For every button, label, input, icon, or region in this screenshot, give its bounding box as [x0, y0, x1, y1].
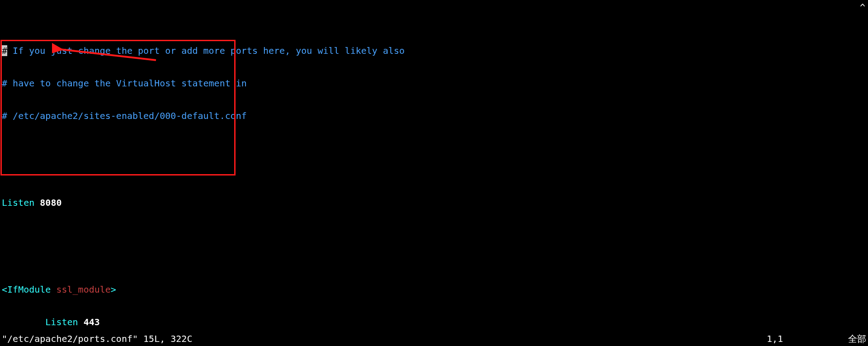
blank-line	[2, 154, 868, 165]
listen-directive: Listen 443	[2, 317, 868, 327]
status-filepath: "/etc/apache2/ports.conf"	[2, 333, 138, 344]
ifmodule-open: <IfModule ssl_module>	[2, 284, 868, 295]
code-line: # /etc/apache2/sites-enabled/000-default…	[2, 110, 868, 121]
listen-directive: Listen 8080	[2, 197, 868, 208]
scroll-up-indicator-icon: ^	[860, 2, 865, 13]
listen-port-main: 8080	[40, 197, 61, 208]
module-name: ssl_module	[56, 284, 110, 295]
status-percent: 全部	[830, 333, 866, 344]
blank-line	[2, 241, 868, 251]
vim-terminal[interactable]: # If you just change the port or add mor…	[0, 0, 868, 346]
cursor: #	[2, 45, 7, 56]
code-line: # have to change the VirtualHost stateme…	[2, 78, 868, 89]
code-line: # If you just change the port or add mor…	[2, 45, 868, 56]
comment-text: If you just change the port or add more …	[13, 45, 405, 56]
vim-status-line: "/etc/apache2/ports.conf" 15L, 322C 1,1 …	[2, 333, 866, 344]
status-cursor-position: 1,1	[767, 333, 830, 344]
comment-text: /etc/apache2/sites-enabled/000-default.c…	[13, 110, 247, 121]
status-filestats: 15L, 322C	[143, 333, 192, 344]
comment-text: have to change the VirtualHost statement…	[13, 78, 247, 89]
